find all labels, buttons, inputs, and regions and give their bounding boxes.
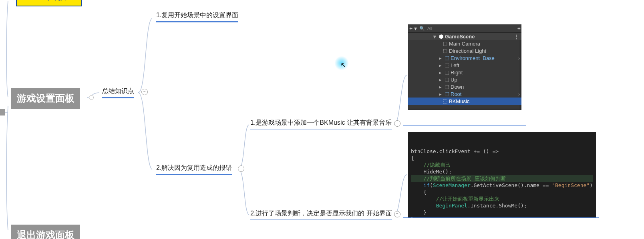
chevron-right-icon[interactable]: › <box>518 55 520 61</box>
mindmap-sub2-label: 2.进行了场景判断，决定是否显示我们的 开始界面 <box>250 210 392 217</box>
unity-item-label: Up <box>451 77 457 83</box>
unity-item-row[interactable]: ▸⬚Left <box>408 62 521 69</box>
unity-item-label: Main Camera <box>449 41 480 47</box>
chevron-right-icon: ▸ <box>439 62 443 68</box>
cube-icon: ⬚ <box>443 98 447 104</box>
code-line: btnClose.clickEvent += () => <box>411 148 593 155</box>
chevron-right-icon: ▸ <box>439 55 443 61</box>
cube-icon: ⬚ <box>443 41 447 46</box>
unity-scene-row[interactable]: ▾ ⬢ GameScene ⋮ <box>408 33 521 40</box>
chevron-right-icon: ▸ <box>439 70 443 76</box>
plus-icon[interactable]: + ▾ <box>409 25 417 32</box>
code-line: BeginPanel.Instance.ShowMe(); <box>411 202 593 209</box>
unity-item-label: Right <box>451 70 463 76</box>
mindmap-root-bottom[interactable]: 退出游戏面板 <box>11 225 80 239</box>
cursor-arrow-icon: ↖ <box>340 61 346 70</box>
mindmap-branch-label: 总结知识点 <box>102 88 134 94</box>
cube-icon: ⬚ <box>445 55 449 61</box>
cube-icon: ⬚ <box>445 91 449 97</box>
unity-item-row[interactable]: ⬚Main Camera <box>408 40 521 47</box>
code-line: } <box>411 209 593 216</box>
mindmap-root-top-label: xxx面板 <box>31 0 66 1</box>
code-line: if(SceneManager.GetActiveScene().name ==… <box>411 182 593 189</box>
unity-item-label: Down <box>451 84 464 90</box>
collapse-toggle-3[interactable]: − <box>394 120 400 127</box>
cube-icon: ⬚ <box>443 48 447 54</box>
code-line: //让开始面板重新显示出来 <box>411 195 593 202</box>
unity-scene-label: GameScene <box>445 34 475 40</box>
unity-item-label: Left <box>451 62 459 68</box>
code-line: { <box>411 155 593 161</box>
plus-icon-right[interactable]: + <box>517 25 521 32</box>
mindmap-main-label: 游戏设置面板 <box>17 93 74 104</box>
chevron-right-icon: ▸ <box>439 91 443 97</box>
mindmap-leaf1-label: 1.复用开始场景中的设置界面 <box>156 12 238 18</box>
menu-dots-icon[interactable]: ⋮ <box>514 34 519 40</box>
connection-dot <box>89 95 94 100</box>
code-line: HideMe(); <box>411 168 593 175</box>
mindmap-branch[interactable]: 总结知识点 <box>102 87 134 98</box>
unity-hierarchy-panel: + ▾ 🔍 All + ▾ ⬢ GameScene ⋮ ⬚Main Camera… <box>408 24 521 110</box>
chevron-down-icon: ▾ <box>433 34 437 40</box>
cube-icon: ⬚ <box>445 62 449 68</box>
unity-item-row[interactable]: ▸⬚Down <box>408 83 521 90</box>
mindmap-root-top[interactable]: xxx面板 <box>16 0 82 6</box>
code-line: { <box>411 189 593 195</box>
unity-item-row[interactable]: ▸⬚Right <box>408 69 521 76</box>
code-line: //隐藏自己 <box>411 161 593 168</box>
image-divider-1 <box>403 125 526 126</box>
chevron-right-icon[interactable]: › <box>518 91 520 97</box>
unity-item-row[interactable]: ⬚BKMusic <box>408 98 521 105</box>
mindmap-leaf1[interactable]: 1.复用开始场景中的设置界面 <box>156 11 238 22</box>
collapse-toggle[interactable]: − <box>141 89 148 95</box>
collapse-toggle-2[interactable]: − <box>238 165 244 172</box>
unity-item-label: Directional Light <box>449 48 486 54</box>
chevron-right-icon: ▸ <box>439 84 443 90</box>
unity-item-label: Root <box>451 91 461 97</box>
cube-icon: ⬚ <box>445 84 449 90</box>
unity-item-row[interactable]: ▸⬚Root› <box>408 90 521 98</box>
mindmap-stub <box>0 109 5 116</box>
mindmap-sub2[interactable]: 2.进行了场景判断，决定是否显示我们的 开始界面 <box>250 209 392 220</box>
collapse-toggle-4[interactable]: − <box>394 211 400 217</box>
mindmap-main-node[interactable]: 游戏设置面板 <box>11 88 80 109</box>
search-label[interactable]: All <box>427 26 520 31</box>
unity-item-row[interactable]: ⬚Directional Light <box>408 47 521 54</box>
code-snippet-panel: btnClose.clickEvent += () =>{ //隐藏自己 Hid… <box>408 132 596 217</box>
unity-logo-icon: ⬢ <box>439 34 443 40</box>
unity-item-label: BKMusic <box>449 98 469 104</box>
code-line: //判断当前所在场景 应该如何判断 <box>411 175 593 182</box>
cube-icon: ⬚ <box>445 77 449 82</box>
code-line: }; <box>411 216 593 217</box>
chevron-right-icon: ▸ <box>439 77 443 83</box>
unity-item-label: Environment_Base <box>451 55 495 61</box>
mindmap-leaf2-label: 2.解决因为复用造成的报错 <box>156 164 232 171</box>
mindmap-sub1-label: 1.是游戏场景中添加一个BKMusic 让其有背景音乐 <box>250 119 392 126</box>
cube-icon: ⬚ <box>445 70 449 75</box>
unity-item-row[interactable]: ▸⬚Environment_Base› <box>408 54 521 62</box>
mindmap-leaf2[interactable]: 2.解决因为复用造成的报错 <box>156 164 232 175</box>
image-divider-2 <box>403 217 599 218</box>
unity-toolbar: + ▾ 🔍 All + <box>408 24 521 33</box>
mindmap-sub1[interactable]: 1.是游戏场景中添加一个BKMusic 让其有背景音乐 <box>250 119 392 129</box>
mindmap-root-bottom-label: 退出游戏面板 <box>17 229 74 239</box>
unity-item-row[interactable]: ▸⬚Up <box>408 76 521 83</box>
search-icon[interactable]: 🔍 <box>419 26 425 31</box>
